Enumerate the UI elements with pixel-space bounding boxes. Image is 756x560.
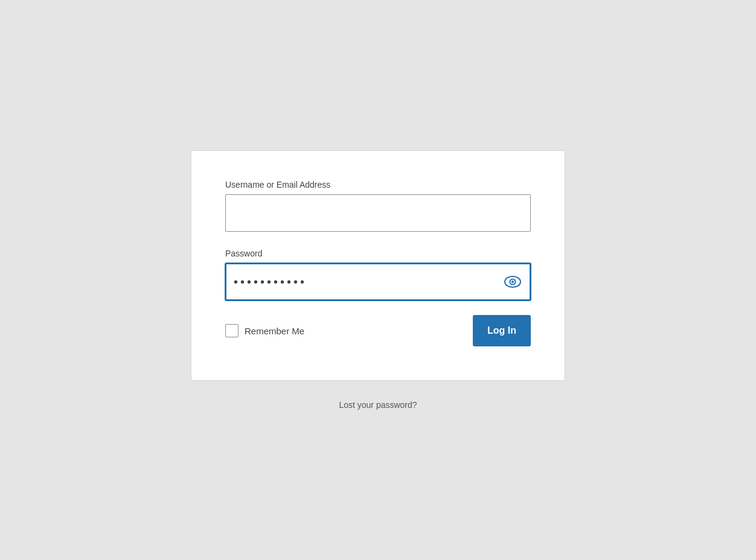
toggle-password-button[interactable] [502,273,524,290]
remember-me-label[interactable]: Remember Me [225,324,304,337]
lost-password-link[interactable]: Lost your password? [339,400,417,410]
username-label: Username or Email Address [225,180,531,189]
username-input[interactable] [225,194,531,232]
login-card: Username or Email Address Password Reme [191,150,565,381]
password-field-group: Password [225,249,531,301]
password-label: Password [225,249,531,258]
password-input[interactable] [225,263,531,301]
password-wrapper [225,263,531,301]
eye-icon [504,276,521,288]
username-field-group: Username or Email Address [225,180,531,232]
remember-me-checkbox[interactable] [225,324,239,337]
login-button[interactable]: Log In [473,315,531,346]
login-container: Username or Email Address Password Reme [191,150,565,410]
svg-point-2 [511,281,514,283]
actions-row: Remember Me Log In [225,315,531,346]
remember-me-text: Remember Me [245,326,304,336]
